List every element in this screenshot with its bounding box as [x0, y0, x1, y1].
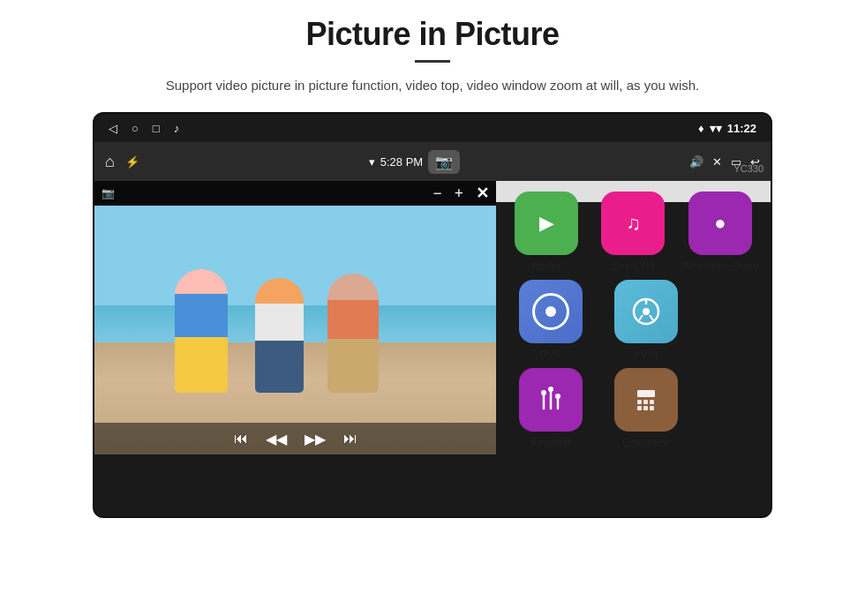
- pip-video: ⏮ ◀◀ ▶▶ ⏭: [94, 206, 496, 454]
- avin-svg: [630, 296, 662, 327]
- dvr-dot: [545, 306, 556, 317]
- svg-rect-13: [643, 400, 648, 404]
- pip-controls-bar: − + ✕: [432, 184, 489, 203]
- svg-rect-11: [637, 390, 655, 397]
- app-bar: ⌂ ⚡ ▾ 5:28 PM 📷 🔊 ✕ ▭ ↩: [94, 142, 771, 181]
- volume-icon[interactable]: 🔊: [689, 155, 703, 169]
- beach-scene: [94, 206, 496, 454]
- siriusxm-label: SiriusXM: [612, 260, 654, 273]
- app-siriusxm[interactable]: ♫ SiriusXM: [593, 192, 673, 273]
- avin-icon: [614, 280, 678, 343]
- person-2: [255, 278, 304, 393]
- pip-video-container[interactable]: 📷 − + ✕ ⏮ ◀◀ ▶▶: [94, 181, 496, 454]
- svg-rect-14: [650, 400, 654, 404]
- rewind-button[interactable]: ⏮: [234, 431, 248, 447]
- siriusxm-icon: ♫: [601, 192, 665, 255]
- app-grid: ▶ Netflix ♫ SiriusXM ● Wheelkey Study: [496, 181, 771, 202]
- status-bar: ◁ ○ □ ♪ ♦ ▾▾ 11:22: [94, 114, 771, 142]
- app-row-top: ▶ Netflix ♫ SiriusXM ● Wheelkey Study: [507, 192, 760, 273]
- usb-icon: ⚡: [125, 155, 139, 169]
- svg-point-8: [541, 390, 546, 395]
- pip-maximize-icon[interactable]: +: [455, 184, 463, 203]
- app-row-middle: DVR AVIN: [507, 280, 760, 361]
- app-bar-time: 5:28 PM: [380, 155, 423, 169]
- svg-rect-17: [650, 406, 654, 410]
- app-row-bottom: Amplifier: [507, 368, 760, 449]
- pip-minimize-icon[interactable]: −: [432, 184, 441, 203]
- home-nav-icon[interactable]: ○: [132, 122, 139, 135]
- calculator-label: Calculator: [622, 437, 670, 449]
- app-avin[interactable]: AVIN: [602, 280, 690, 361]
- app-dvr[interactable]: DVR: [507, 280, 595, 361]
- back-nav-icon[interactable]: ◁: [109, 122, 117, 135]
- wifi-icon: ▾: [369, 155, 375, 169]
- dvr-inner-circle: [532, 293, 569, 330]
- app-amplifier[interactable]: Amplifier: [507, 368, 595, 449]
- back-button-video[interactable]: ◀◀: [266, 431, 287, 447]
- calculator-icon: [614, 368, 678, 432]
- svg-rect-12: [637, 400, 642, 404]
- netflix-label: Netflix: [531, 260, 560, 273]
- pip-close-icon[interactable]: ✕: [476, 184, 489, 203]
- app-bar-left: ⌂ ⚡: [105, 153, 139, 171]
- wheelkey-label: Wheelkey Study: [681, 260, 758, 273]
- title-divider: [415, 60, 450, 63]
- pip-title-bar: 📷 − + ✕: [94, 181, 496, 206]
- svg-point-2: [643, 308, 650, 315]
- page-wrapper: Picture in Picture Support video picture…: [0, 0, 865, 616]
- amplifier-label: Amplifier: [530, 437, 572, 449]
- music-icon[interactable]: ♪: [174, 122, 180, 135]
- app-netflix[interactable]: ▶ Netflix: [507, 192, 586, 273]
- subtitle: Support video picture in picture functio…: [166, 75, 699, 96]
- dvr-icon: [519, 280, 583, 343]
- wifi-signal-icon: ▾▾: [710, 122, 722, 135]
- amp-svg: [535, 384, 567, 416]
- forward-button[interactable]: ▶▶: [305, 431, 326, 447]
- svg-point-9: [548, 387, 553, 392]
- dvr-label: DVR: [539, 349, 561, 361]
- home-button[interactable]: ⌂: [105, 153, 115, 171]
- person-1: [175, 269, 228, 393]
- camera-button[interactable]: 📷: [428, 150, 460, 174]
- location-icon: ♦: [698, 122, 704, 135]
- app-calculator[interactable]: Calculator: [602, 368, 690, 449]
- svg-rect-15: [637, 406, 642, 410]
- netflix-icon: ▶: [515, 192, 578, 255]
- status-bar-left: ◁ ○ □ ♪: [109, 122, 179, 135]
- svg-rect-16: [643, 406, 648, 410]
- svg-line-4: [650, 315, 653, 320]
- page-title: Picture in Picture: [305, 16, 559, 53]
- svg-line-3: [639, 315, 643, 320]
- person-3: [327, 274, 379, 393]
- app-wheelkey[interactable]: ● Wheelkey Study: [681, 192, 760, 273]
- device-frame: ◁ ○ □ ♪ ♦ ▾▾ 11:22 ⌂ ⚡ ▾ 5:28 PM 📷: [93, 112, 772, 518]
- clock: 11:22: [727, 122, 756, 135]
- next-button[interactable]: ⏭: [343, 431, 357, 447]
- recents-nav-icon[interactable]: □: [153, 122, 160, 135]
- app-bar-center: ▾ 5:28 PM 📷: [369, 150, 460, 174]
- watermark: YC330: [733, 163, 763, 174]
- status-bar-right: ♦ ▾▾ 11:22: [698, 122, 756, 135]
- close-icon[interactable]: ✕: [712, 155, 722, 169]
- amplifier-icon: [519, 368, 583, 432]
- avin-label: AVIN: [634, 349, 658, 361]
- video-playback-controls: ⏮ ◀◀ ▶▶ ⏭: [94, 423, 496, 454]
- svg-point-10: [555, 394, 560, 399]
- wheelkey-icon: ●: [688, 192, 752, 255]
- calc-svg: [630, 384, 662, 416]
- pip-camera-icon: 📷: [102, 187, 115, 200]
